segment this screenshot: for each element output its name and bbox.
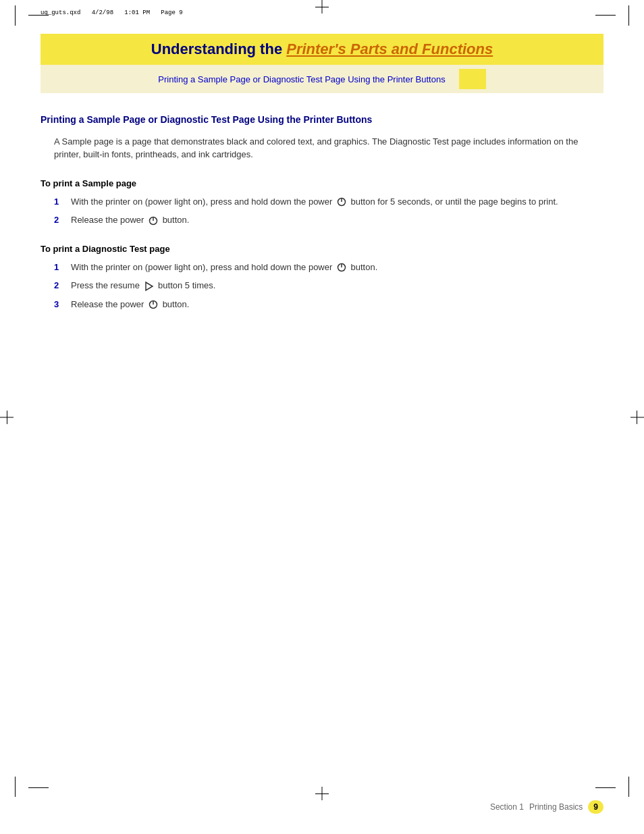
diag-step-2-content: Press the resume button 5 times. <box>71 279 603 292</box>
crosshair-left-v <box>7 411 7 424</box>
content-area: Understanding the Printer's Parts and Fu… <box>41 34 603 780</box>
diag-step-number-2: 2 <box>54 279 64 292</box>
footer-section-name: Printing Basics <box>529 802 583 812</box>
crosshair-right-v <box>637 411 637 424</box>
sample-step-2: 2 Release the power button. <box>54 213 603 227</box>
title-highlight: Printer's Parts and Functions <box>286 41 493 57</box>
intro-paragraph: A Sample page is a page that demonstrate… <box>41 135 603 161</box>
power-icon-2 <box>148 215 159 226</box>
step-number-1: 1 <box>54 195 64 209</box>
sample-page-heading-text: To print a Sample page <box>41 178 136 188</box>
intro-text: A Sample page is a page that demonstrate… <box>54 136 578 160</box>
filename: ug_guts.qxd <box>41 9 80 16</box>
footer-section-label: Section 1 <box>490 802 524 812</box>
subtitle-bar: Printing a Sample Page or Diagnostic Tes… <box>41 65 603 93</box>
svg-marker-6 <box>146 282 153 290</box>
power-icon-1 <box>336 197 347 207</box>
power-icon-3 <box>336 262 347 273</box>
sample-page-heading: To print a Sample page <box>41 178 603 188</box>
title-bar: Understanding the Printer's Parts and Fu… <box>41 34 603 65</box>
diagnostic-page-steps: 1 With the printer on (power light on), … <box>41 261 603 311</box>
reg-mark-bl-v <box>15 777 16 797</box>
diagnostic-page-heading-text: To print a Diagnostic Test page <box>41 244 170 254</box>
sample-step-1: 1 With the printer on (power light on), … <box>54 195 603 209</box>
page-container: ug_guts.qxd 4/2/98 1:01 PM Page 9 Unders… <box>0 0 644 834</box>
reg-mark-tr-v <box>628 5 629 26</box>
file-date: 4/2/98 <box>92 9 113 16</box>
crosshair-top-h <box>315 7 329 7</box>
reg-mark-tr-h <box>595 15 616 16</box>
reg-mark-tl-v <box>15 5 16 26</box>
reg-mark-br-h <box>595 787 616 788</box>
title-part1: Understanding the <box>151 41 286 57</box>
power-icon-4 <box>148 299 159 310</box>
crosshair-bottom-h <box>315 793 329 794</box>
section-heading-text: Printing a Sample Page or Diagnostic Tes… <box>41 114 372 125</box>
step-1-content: With the printer on (power light on), pr… <box>71 195 603 209</box>
page-number-badge: 9 <box>588 800 603 814</box>
crosshair-right-h <box>630 417 644 417</box>
file-page: Page 9 <box>161 9 182 16</box>
main-title: Understanding the Printer's Parts and Fu… <box>151 41 493 57</box>
diag-step-3-content: Release the power button. <box>71 298 603 311</box>
footer: Section 1 Printing Basics 9 <box>490 800 603 814</box>
diag-step-number-1: 1 <box>54 261 64 274</box>
reg-mark-br-v <box>628 777 629 797</box>
file-time: 1:01 PM <box>124 9 150 16</box>
diag-step-number-3: 3 <box>54 298 64 311</box>
file-info: ug_guts.qxd 4/2/98 1:01 PM Page 9 <box>41 9 183 16</box>
subtitle-text: Printing a Sample Page or Diagnostic Tes… <box>158 74 445 84</box>
title-section: Understanding the Printer's Parts and Fu… <box>41 34 603 93</box>
diagnostic-step-1: 1 With the printer on (power light on), … <box>54 261 603 274</box>
section-heading: Printing a Sample Page or Diagnostic Tes… <box>41 113 603 127</box>
diagnostic-step-2: 2 Press the resume button 5 times. <box>54 279 603 292</box>
diagnostic-page-heading: To print a Diagnostic Test page <box>41 244 603 254</box>
reg-mark-bl-h <box>28 787 49 788</box>
step-number-2: 2 <box>54 213 64 227</box>
yellow-accent-box <box>459 69 486 89</box>
diagnostic-step-3: 3 Release the power button. <box>54 298 603 311</box>
diag-step-1-content: With the printer on (power light on), pr… <box>71 261 603 274</box>
sample-page-steps: 1 With the printer on (power light on), … <box>41 195 603 227</box>
step-2-content: Release the power button. <box>71 213 603 227</box>
resume-icon <box>144 281 155 292</box>
